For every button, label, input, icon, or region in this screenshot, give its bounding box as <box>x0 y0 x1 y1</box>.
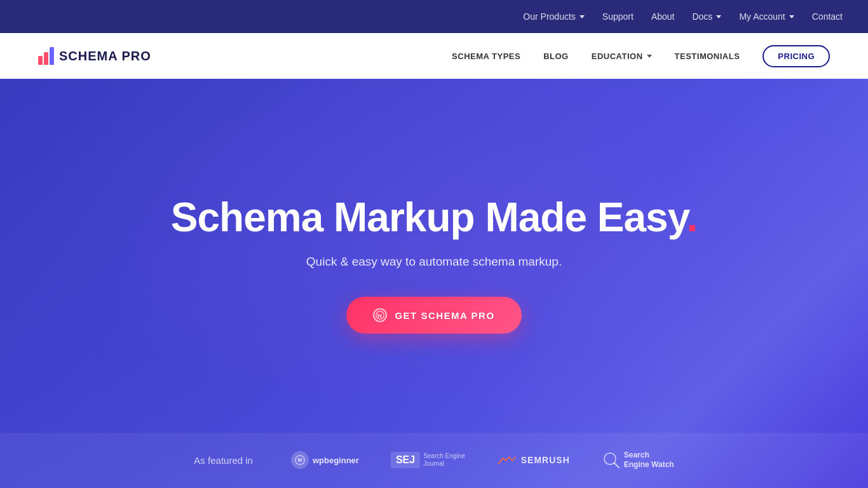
wordpress-icon: W <box>373 308 387 322</box>
hero-title: Schema Markup Made Easy. <box>171 195 698 240</box>
wpbeginner-text: wpbeginner <box>313 456 359 465</box>
top-bar: Our Products Support About Docs My Accou… <box>0 0 868 33</box>
topbar-contact[interactable]: Contact <box>812 11 843 22</box>
cta-get-schema-pro[interactable]: W GET SCHEMA PRO <box>346 297 521 334</box>
svg-text:W: W <box>297 458 302 464</box>
logo-text: SCHEMA PRO <box>59 49 151 64</box>
nav-blog[interactable]: BLOG <box>543 51 569 61</box>
nav-schema-types[interactable]: SCHEMA TYPES <box>452 51 520 61</box>
search-engine-watch-logo: SearchEngine Watch <box>602 451 674 470</box>
featured-section: As featured in W wpbeginner SEJ Search E… <box>0 433 868 488</box>
svg-point-4 <box>498 463 500 464</box>
topbar-docs[interactable]: Docs <box>692 11 721 22</box>
topbar-our-products[interactable]: Our Products <box>523 11 584 22</box>
featured-logos: W wpbeginner SEJ Search EngineJournal SE… <box>291 451 674 470</box>
chevron-down-icon <box>789 15 794 18</box>
sew-icon <box>602 451 621 470</box>
featured-label: As featured in <box>194 455 253 466</box>
chevron-down-icon <box>647 55 652 58</box>
semrush-icon <box>497 454 517 466</box>
nav-pricing[interactable]: PRICING <box>763 45 830 67</box>
hero-content: Schema Markup Made Easy. Quick & easy wa… <box>171 195 698 372</box>
sew-text: SearchEngine Watch <box>624 451 674 470</box>
hero-section: Schema Markup Made Easy. Quick & easy wa… <box>0 79 868 488</box>
logo-bar-1 <box>38 56 43 65</box>
hero-subtitle: Quick & easy way to automate schema mark… <box>306 255 562 269</box>
sej-subtext: Search EngineJournal <box>423 452 465 468</box>
hero-title-dot: . <box>686 194 697 240</box>
topbar-about[interactable]: About <box>651 11 675 22</box>
chevron-down-icon <box>716 15 721 18</box>
main-nav: SCHEMA PRO SCHEMA TYPES BLOG EDUCATION T… <box>0 33 868 79</box>
logo-bar-2 <box>44 52 48 65</box>
nav-links: SCHEMA TYPES BLOG EDUCATION TESTIMONIALS… <box>452 45 830 67</box>
logo-bar-3 <box>50 47 54 65</box>
topbar-my-account[interactable]: My Account <box>739 11 794 22</box>
nav-education[interactable]: EDUCATION <box>592 51 652 61</box>
logo[interactable]: SCHEMA PRO <box>38 47 151 65</box>
sej-text: SEJ <box>391 452 420 468</box>
wpbeginner-icon: W <box>291 451 309 469</box>
svg-text:W: W <box>377 313 383 319</box>
sej-logo: SEJ Search EngineJournal <box>391 452 465 468</box>
nav-testimonials[interactable]: TESTIMONIALS <box>675 51 740 61</box>
wpbeginner-logo: W wpbeginner <box>291 451 359 469</box>
chevron-down-icon <box>580 15 585 18</box>
logo-icon <box>38 47 54 65</box>
svg-line-6 <box>614 463 619 468</box>
topbar-support[interactable]: Support <box>602 11 634 22</box>
semrush-text: SEMRUSH <box>521 455 570 465</box>
semrush-logo: SEMRUSH <box>497 454 570 466</box>
